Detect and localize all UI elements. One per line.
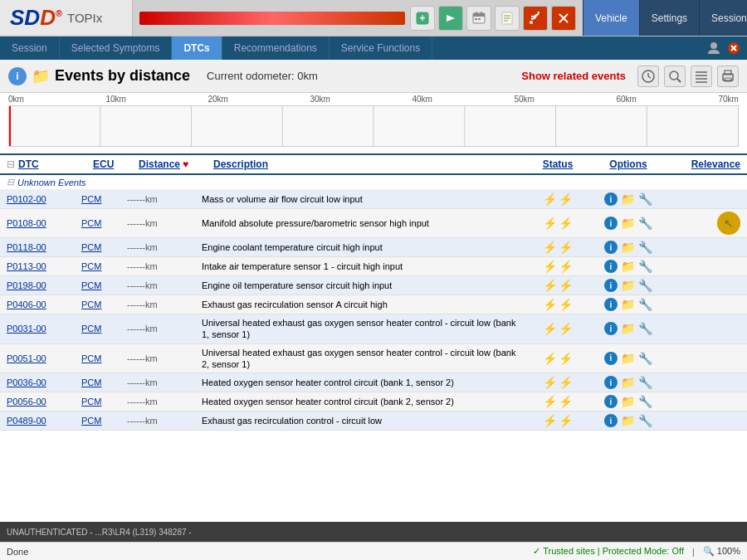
ecu-code[interactable]: PCM xyxy=(81,280,127,290)
folder-icon[interactable]: 📁 xyxy=(621,192,635,206)
status-icon-2[interactable]: ⚡ xyxy=(559,217,573,230)
status-icon-2[interactable]: ⚡ xyxy=(559,260,573,273)
tab-selected-symptoms[interactable]: Selected Symptoms xyxy=(60,37,173,60)
dtc-code[interactable]: P0198-00 xyxy=(7,280,81,290)
info-icon[interactable]: i xyxy=(604,279,618,292)
ecu-code[interactable]: PCM xyxy=(81,353,127,363)
status-icon-1[interactable]: ⚡ xyxy=(543,376,557,389)
folder-icon[interactable]: 📁 xyxy=(621,322,635,335)
status-icon-2[interactable]: ⚡ xyxy=(559,322,573,335)
info-icon[interactable]: i xyxy=(604,298,618,311)
clock-icon[interactable] xyxy=(637,66,659,87)
status-icon-1[interactable]: ⚡ xyxy=(543,298,557,311)
folder-icon[interactable]: 📁 xyxy=(621,279,635,292)
ecu-code[interactable]: PCM xyxy=(81,416,127,426)
dtc-code[interactable]: P0051-00 xyxy=(7,353,81,363)
folder-icon[interactable]: 📁 xyxy=(621,395,635,408)
group-collapse-icon[interactable]: ⊟ xyxy=(7,177,14,187)
tool-icon[interactable]: 🔧 xyxy=(638,322,652,335)
th-distance-label[interactable]: Distance xyxy=(139,158,180,170)
folder-icon[interactable]: 📁 xyxy=(621,217,635,230)
info-icon[interactable]: i xyxy=(604,241,618,254)
ecu-code[interactable]: PCM xyxy=(81,397,127,407)
dtc-code[interactable]: P0489-00 xyxy=(7,416,81,426)
status-icon-2[interactable]: ⚡ xyxy=(559,376,573,389)
tool-icon[interactable]: 🔧 xyxy=(638,298,652,311)
status-icon-1[interactable]: ⚡ xyxy=(543,279,557,292)
info-icon[interactable]: i xyxy=(604,395,618,408)
nav-person-icon[interactable] xyxy=(706,40,722,56)
status-icon-2[interactable]: ⚡ xyxy=(559,241,573,254)
tab-service-functions[interactable]: Service Functions xyxy=(330,37,432,60)
status-icon-1[interactable]: ⚡ xyxy=(543,395,557,408)
rss-icon[interactable] xyxy=(523,6,548,31)
status-icon-2[interactable]: ⚡ xyxy=(559,414,573,427)
status-icon-1[interactable]: ⚡ xyxy=(543,414,557,427)
ecu-code[interactable]: PCM xyxy=(81,194,127,204)
th-status-label[interactable]: Status xyxy=(525,158,591,170)
status-icon-2[interactable]: ⚡ xyxy=(559,192,573,206)
settings-button[interactable]: Settings xyxy=(639,0,699,36)
info-icon[interactable]: i xyxy=(604,376,618,389)
tab-recommendations[interactable]: Recommendations xyxy=(222,37,330,60)
ecu-code[interactable]: PCM xyxy=(81,299,127,309)
tool-icon[interactable]: 🔧 xyxy=(638,217,652,230)
add-icon[interactable]: + xyxy=(410,6,435,31)
search-icon[interactable] xyxy=(664,66,686,87)
show-related-events-link[interactable]: Show related events xyxy=(521,70,626,82)
tool-icon[interactable]: 🔧 xyxy=(638,395,652,408)
list-icon[interactable] xyxy=(691,66,712,87)
th-relevance-label[interactable]: Relevance xyxy=(666,158,740,170)
info-icon[interactable]: i xyxy=(604,352,618,365)
tool-icon[interactable]: 🔧 xyxy=(638,376,652,389)
tool-icon[interactable]: 🔧 xyxy=(638,352,652,365)
ecu-code[interactable]: PCM xyxy=(81,261,127,271)
status-icon-1[interactable]: ⚡ xyxy=(543,352,557,365)
status-icon-1[interactable]: ⚡ xyxy=(543,260,557,273)
info-icon[interactable]: i xyxy=(604,414,618,427)
tool-icon[interactable]: 🔧 xyxy=(638,260,652,273)
calendar-icon[interactable] xyxy=(466,6,491,31)
sessions-button[interactable]: Sessions xyxy=(699,0,747,36)
close-icon[interactable] xyxy=(551,6,576,31)
folder-icon[interactable]: 📁 xyxy=(621,298,635,311)
th-dtc-label[interactable]: DTC xyxy=(18,158,39,170)
status-icon-1[interactable]: ⚡ xyxy=(543,192,557,206)
dtc-code[interactable]: P0036-00 xyxy=(7,377,81,387)
nav-close-icon[interactable] xyxy=(725,40,742,56)
dtc-code[interactable]: P0113-00 xyxy=(7,261,81,271)
tool-icon[interactable]: 🔧 xyxy=(638,192,652,206)
folder-icon[interactable]: 📁 xyxy=(621,352,635,365)
info-icon[interactable]: i xyxy=(604,217,618,230)
th-ecu-label[interactable]: ECU xyxy=(93,158,139,170)
print-icon[interactable] xyxy=(717,66,739,87)
status-icon-2[interactable]: ⚡ xyxy=(559,352,573,365)
th-description-label[interactable]: Description xyxy=(213,158,525,170)
status-icon-2[interactable]: ⚡ xyxy=(559,279,573,292)
status-icon-2[interactable]: ⚡ xyxy=(559,298,573,311)
dtc-code[interactable]: P0056-00 xyxy=(7,397,81,407)
status-icon-1[interactable]: ⚡ xyxy=(543,322,557,335)
dtc-code[interactable]: P0108-00 xyxy=(7,218,81,228)
note-icon[interactable] xyxy=(495,6,520,31)
info-icon[interactable]: i xyxy=(604,260,618,273)
ecu-code[interactable]: PCM xyxy=(81,377,127,387)
ecu-code[interactable]: PCM xyxy=(81,242,127,252)
dtc-code[interactable]: P0118-00 xyxy=(7,242,81,252)
folder-icon[interactable]: 📁 xyxy=(621,260,635,273)
folder-icon[interactable]: 📁 xyxy=(621,241,635,254)
vehicle-button[interactable]: Vehicle xyxy=(583,0,639,36)
status-icon-1[interactable]: ⚡ xyxy=(543,217,557,230)
collapse-all-icon[interactable]: ⊟ xyxy=(7,158,15,170)
th-options-label[interactable]: Options xyxy=(591,158,666,170)
folder-icon[interactable]: 📁 xyxy=(621,414,635,427)
tool-icon[interactable]: 🔧 xyxy=(638,414,652,427)
ecu-code[interactable]: PCM xyxy=(81,324,127,334)
info-icon[interactable]: i xyxy=(604,322,618,335)
tab-dtcs[interactable]: DTCs xyxy=(172,37,222,60)
ecu-code[interactable]: PCM xyxy=(81,218,127,228)
dtc-code[interactable]: P0031-00 xyxy=(7,324,81,334)
status-icon-1[interactable]: ⚡ xyxy=(543,241,557,254)
folder-icon[interactable]: 📁 xyxy=(621,376,635,389)
arrow-icon[interactable] xyxy=(438,6,463,31)
